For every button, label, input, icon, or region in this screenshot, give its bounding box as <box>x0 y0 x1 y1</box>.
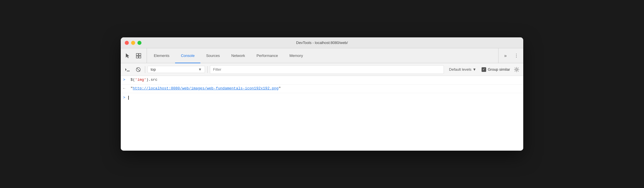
svg-rect-1 <box>139 53 141 55</box>
tab-list: Elements Console Sources Network Perform… <box>148 48 498 63</box>
tab-elements[interactable]: Elements <box>148 49 175 63</box>
more-tabs-button[interactable]: » <box>501 51 510 60</box>
tab-memory[interactable]: Memory <box>284 49 309 63</box>
console-input-line-1: > $('img').src <box>121 76 523 85</box>
tab-console[interactable]: Console <box>175 49 200 63</box>
group-similar-checkbox[interactable]: ✓ <box>482 67 486 72</box>
levels-dropdown-arrow: ▼ <box>473 67 476 72</box>
clear-console-button[interactable] <box>134 65 143 74</box>
close-button[interactable] <box>125 41 129 45</box>
svg-rect-3 <box>139 56 141 58</box>
cursor-icon[interactable] <box>123 51 132 60</box>
console-url-link[interactable]: http://localhost:8080/web/images/web-fun… <box>133 86 279 91</box>
console-content: > $('img').src ← "http://localhost:8080/… <box>121 76 523 151</box>
devtools-window: DevTools - localhost:8080/web/ Elements <box>121 37 523 151</box>
svg-point-8 <box>516 69 518 70</box>
svg-line-7 <box>137 68 140 71</box>
title-bar: DevTools - localhost:8080/web/ <box>121 37 523 48</box>
console-empty-input[interactable]: > <box>121 93 523 102</box>
tab-network[interactable]: Network <box>226 49 251 63</box>
context-dropdown-arrow: ▼ <box>198 67 202 72</box>
toolbar-right: » ⋮ <box>498 48 521 63</box>
toolbar-separator <box>145 66 145 73</box>
log-levels-button[interactable]: Default levels ▼ <box>446 66 479 73</box>
string-literal: 'img' <box>135 78 146 82</box>
show-console-button[interactable] <box>123 65 132 74</box>
svg-marker-4 <box>125 68 126 71</box>
return-arrow: ← <box>123 86 128 91</box>
svg-rect-2 <box>136 56 138 58</box>
svg-rect-5 <box>127 71 130 71</box>
input-arrow: > <box>123 78 128 82</box>
console-return-line: ← "http://localhost:8080/web/images/web-… <box>121 85 523 93</box>
menu-button[interactable]: ⋮ <box>512 51 521 60</box>
main-toolbar: Elements Console Sources Network Perform… <box>121 48 523 63</box>
group-similar-toggle[interactable]: ✓ Group similar <box>482 67 510 72</box>
maximize-button[interactable] <box>137 41 141 45</box>
tab-sources[interactable]: Sources <box>200 49 226 63</box>
cursor <box>128 96 129 100</box>
cursor-arrow: > <box>123 95 125 100</box>
filter-input[interactable] <box>210 65 444 74</box>
traffic-lights <box>125 41 141 45</box>
svg-rect-0 <box>136 53 138 55</box>
minimize-button[interactable] <box>131 41 135 45</box>
inspect-icon[interactable] <box>134 51 143 60</box>
checkmark-icon: ✓ <box>482 68 485 71</box>
context-selector[interactable]: top ▼ <box>147 66 205 73</box>
toolbar-icon-group <box>123 48 147 63</box>
console-settings-button[interactable] <box>512 65 521 74</box>
toolbar-separator-2 <box>207 66 208 73</box>
console-code-1: $('img').src <box>131 78 158 82</box>
console-toolbar: top ▼ Default levels ▼ ✓ Group similar <box>121 63 523 76</box>
tab-performance[interactable]: Performance <box>251 49 283 63</box>
window-title: DevTools - localhost:8080/web/ <box>296 41 348 45</box>
console-return-value: "http://localhost:8080/web/images/web-fu… <box>131 86 281 91</box>
